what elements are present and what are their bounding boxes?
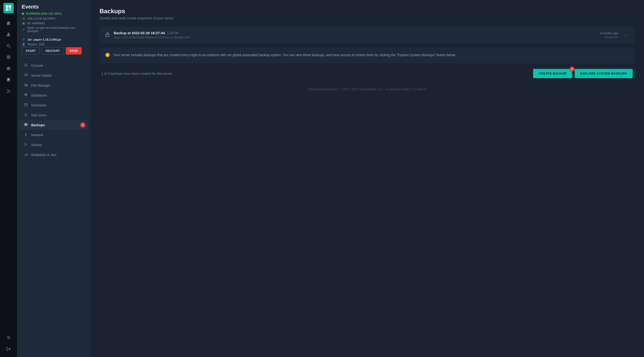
svg-rect-32: [25, 124, 27, 125]
book-icon[interactable]: [3, 74, 14, 85]
backup-status: CREATED: [600, 36, 618, 39]
svg-point-16: [6, 92, 8, 93]
svg-text:!: !: [107, 54, 108, 57]
nav-items: Console Server Details File Manager Data…: [17, 58, 90, 162]
status-dot: [22, 12, 24, 15]
footer: Powered by Pterodactyl - © 2015 - 2022 Z…: [100, 88, 634, 91]
sidebar-item-label-sub-users: Sub Users: [31, 113, 46, 117]
control-buttons: START RESTART STOP: [22, 47, 86, 54]
id-icon: ▣: [22, 22, 26, 25]
svg-rect-37: [27, 153, 28, 156]
status-text: RUNNING (54d 12h 30m): [26, 12, 62, 15]
sidebar-item-label-file-manager: File Manager: [31, 84, 50, 87]
svg-rect-35: [24, 155, 25, 156]
players-value: Players: 0/20: [27, 43, 44, 46]
start-button[interactable]: START: [22, 47, 40, 54]
sidebar-item-schedules[interactable]: Schedules: [19, 100, 88, 110]
page-title: Backups: [100, 8, 634, 15]
main-content: Backups Quickly and easily create snapsh…: [90, 0, 644, 357]
modpacks-icon: [24, 152, 28, 157]
svg-point-5: [7, 44, 10, 47]
svg-point-28: [25, 113, 26, 115]
stop-button[interactable]: STOP: [66, 47, 82, 54]
svg-rect-33: [25, 125, 26, 126]
ip-row: ⊞ 168.119.28.38:25654: [22, 17, 86, 20]
ip-icon: ⊞: [22, 17, 26, 20]
svg-rect-1: [9, 5, 11, 8]
sidebar-item-startup[interactable]: Startup: [19, 140, 88, 150]
info-box: ! Your server includes backups that are …: [100, 48, 634, 63]
sidebar-item-label-schedules: Schedules: [31, 103, 46, 107]
sidebar-item-label-console: Console: [31, 64, 43, 68]
backup-name: Backup at 2022-02-28 18:27:44: [114, 31, 165, 35]
explore-system-backups-button[interactable]: EXPLORE SYSTEM BACKUPS: [575, 69, 633, 78]
create-backup-badge: 2: [570, 66, 575, 72]
svg-rect-12: [7, 78, 10, 82]
id-row: ▣ ID: eb868b81: [22, 22, 86, 25]
svg-rect-0: [6, 5, 8, 8]
node-icon: ≡: [22, 28, 26, 32]
search-icon[interactable]: [3, 40, 14, 51]
svg-rect-11: [8, 67, 9, 68]
svg-rect-24: [24, 104, 27, 106]
sidebar-item-databases[interactable]: Databases: [19, 90, 88, 100]
sidebar-item-label-network: Network: [31, 133, 43, 137]
logo[interactable]: [3, 3, 14, 13]
backup-time: 3 months ago: [600, 32, 618, 35]
sidebar-item-file-manager[interactable]: File Manager: [19, 80, 88, 90]
sidebar-item-server-details[interactable]: Server Details: [19, 70, 88, 80]
info-text: Your server includes backups that are cr…: [113, 52, 456, 58]
svg-point-21: [27, 74, 28, 74]
svg-rect-18: [24, 64, 28, 67]
sidebar-item-backups[interactable]: Backups 1: [19, 120, 88, 130]
sidebar-item-sub-users[interactable]: Sub Users: [19, 110, 88, 120]
svg-point-7: [7, 56, 10, 59]
sidebar: Events RUNNING (54d 12h 30m) ⊞ 168.119.2…: [17, 0, 90, 357]
file-manager-icon: [24, 83, 28, 88]
page-subtitle: Quickly and easily create snapshots of y…: [100, 16, 634, 20]
home-icon[interactable]: [3, 18, 14, 28]
svg-rect-3: [9, 8, 11, 11]
user-icon[interactable]: [3, 29, 14, 40]
sidebar-item-label-modpacks: Modpacks & Jars: [31, 153, 56, 157]
backup-info: Backup at 2022-02-28 18:27:44 1.22 GB sh…: [114, 31, 596, 39]
jar-row: ⚙ Jar: paper-1.18.2-268.jar: [22, 38, 86, 41]
sidebar-server-title: Events: [22, 4, 86, 10]
sidebar-item-network[interactable]: Network: [19, 130, 88, 140]
sidebar-item-label-backups: Backups: [31, 123, 45, 127]
players-icon: 👤: [22, 42, 26, 46]
info-icon: !: [105, 52, 110, 58]
target-icon[interactable]: [3, 52, 14, 62]
svg-rect-2: [6, 8, 8, 11]
server-details-icon: [24, 73, 28, 78]
backup-count-text: 1 of 3 backups have been created for thi…: [102, 72, 173, 76]
settings-icon[interactable]: [3, 332, 14, 343]
backup-size: 1.22 GB: [167, 31, 178, 35]
id-value: ID: eb868b81: [27, 22, 45, 25]
restart-button[interactable]: RESTART: [42, 47, 64, 54]
sidebar-item-label-server-details: Server Details: [31, 74, 52, 78]
rss-icon[interactable]: [3, 86, 14, 96]
logout-icon[interactable]: [3, 344, 14, 354]
backups-badge: 1: [80, 122, 86, 128]
camera-icon[interactable]: [3, 63, 14, 74]
backups-icon: [24, 123, 28, 127]
backup-card: Backup at 2022-02-28 18:27:44 1.22 GB sh…: [100, 27, 634, 44]
svg-line-6: [9, 46, 10, 48]
sidebar-header: Events RUNNING (54d 12h 30m) ⊞ 168.119.2…: [17, 0, 90, 58]
backup-more-button[interactable]: ···: [622, 32, 629, 38]
sidebar-item-console[interactable]: Console: [19, 61, 88, 70]
jar-value: Jar: paper-1.18.2-268.jar: [27, 38, 61, 41]
svg-rect-31: [25, 124, 27, 124]
lock-icon: [105, 32, 110, 38]
sidebar-item-modpacks[interactable]: Modpacks & Jars: [19, 150, 88, 160]
sidebar-item-label-databases: Databases: [31, 94, 47, 97]
svg-rect-36: [26, 154, 26, 156]
status-row: RUNNING (54d 12h 30m): [22, 12, 86, 15]
schedules-icon: [24, 103, 28, 107]
create-backup-button[interactable]: CREATE BACKUP2: [533, 69, 572, 78]
players-row: 👤 Players: 0/20: [22, 42, 86, 46]
backup-actions: CREATE BACKUP2 EXPLORE SYSTEM BACKUPS: [533, 69, 633, 78]
console-icon: [24, 63, 28, 68]
svg-point-10: [8, 68, 9, 69]
